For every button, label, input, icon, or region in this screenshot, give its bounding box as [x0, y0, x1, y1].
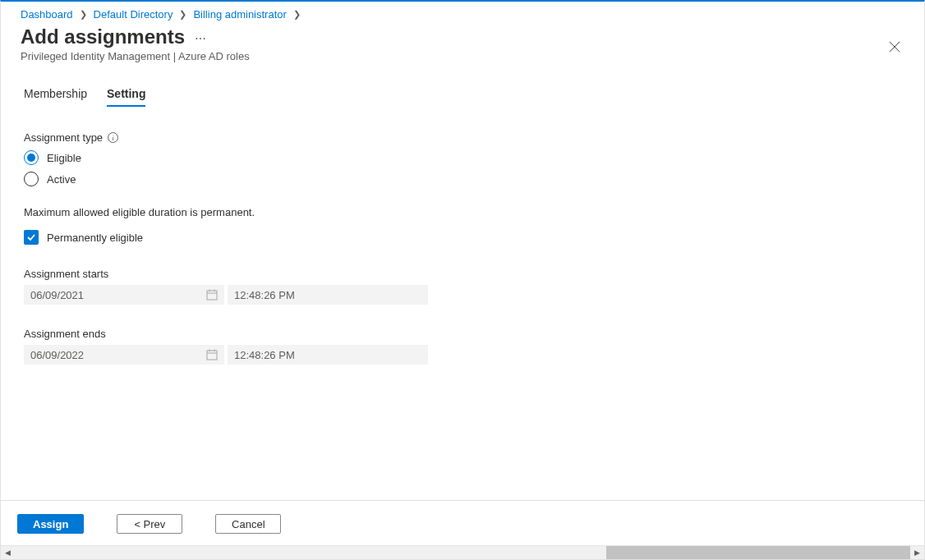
- radio-eligible-label: Eligible: [47, 152, 81, 164]
- prev-button[interactable]: < Prev: [117, 514, 182, 534]
- end-date-value: 06/09/2022: [30, 349, 84, 361]
- chevron-right-icon: ❯: [176, 9, 190, 20]
- assignment-type-label: Assignment type: [24, 131, 103, 144]
- scroll-right-arrow-icon[interactable]: ▶: [910, 546, 924, 560]
- horizontal-scrollbar[interactable]: ◀ ▶: [1, 545, 924, 559]
- breadcrumb-dashboard[interactable]: Dashboard: [21, 8, 73, 21]
- breadcrumb: Dashboard ❯ Default Directory ❯ Billing …: [1, 2, 924, 21]
- checkmark-icon: [24, 230, 39, 245]
- end-time-value: 12:48:26 PM: [234, 349, 295, 361]
- radio-icon: [24, 150, 39, 165]
- calendar-icon: [206, 349, 218, 360]
- more-actions-button[interactable]: ⋯: [195, 32, 206, 45]
- info-icon[interactable]: i: [108, 132, 118, 143]
- scroll-left-arrow-icon[interactable]: ◀: [1, 546, 15, 560]
- start-date-input[interactable]: 06/09/2021: [24, 285, 224, 305]
- page-subtitle: Privileged Identity Management | Azure A…: [21, 50, 904, 62]
- scrollbar-thumb[interactable]: [606, 546, 910, 559]
- radio-icon: [24, 172, 39, 186]
- end-time-input[interactable]: 12:48:26 PM: [228, 345, 428, 365]
- tab-membership[interactable]: Membership: [24, 87, 87, 107]
- chevron-right-icon: ❯: [76, 9, 90, 20]
- permanently-eligible-label: Permanently eligible: [47, 232, 143, 244]
- calendar-icon: [206, 289, 218, 301]
- start-date-value: 06/09/2021: [30, 289, 84, 301]
- end-date-input[interactable]: 06/09/2022: [24, 345, 224, 365]
- assignment-ends-label: Assignment ends: [24, 328, 901, 340]
- assignment-starts-label: Assignment starts: [24, 268, 901, 280]
- cancel-button[interactable]: Cancel: [215, 514, 281, 534]
- chevron-right-icon: ❯: [290, 9, 304, 20]
- radio-active-label: Active: [47, 173, 76, 186]
- assign-button[interactable]: Assign: [17, 514, 84, 534]
- radio-eligible[interactable]: Eligible: [24, 150, 901, 165]
- max-duration-text: Maximum allowed eligible duration is per…: [24, 206, 901, 218]
- svg-rect-2: [207, 291, 217, 300]
- start-time-input[interactable]: 12:48:26 PM: [228, 285, 428, 305]
- page-title: Add assignments: [21, 25, 185, 48]
- radio-active[interactable]: Active: [24, 172, 901, 186]
- breadcrumb-default-directory[interactable]: Default Directory: [94, 8, 173, 21]
- svg-rect-6: [207, 351, 217, 360]
- start-time-value: 12:48:26 PM: [234, 289, 295, 301]
- scrollbar-track[interactable]: [15, 546, 910, 559]
- permanently-eligible-checkbox[interactable]: Permanently eligible: [24, 230, 901, 245]
- breadcrumb-billing-administrator[interactable]: Billing administrator: [193, 8, 286, 21]
- tab-setting[interactable]: Setting: [107, 87, 145, 107]
